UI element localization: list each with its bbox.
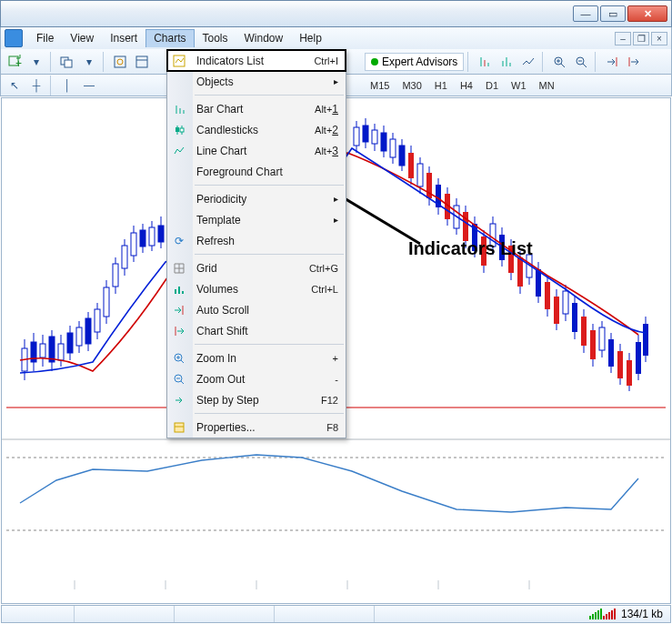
menu-label: Chart Shift — [196, 325, 248, 337]
svg-rect-38 — [67, 333, 73, 353]
menu-candlesticks[interactable]: Candlesticks Alt+2 — [167, 119, 346, 140]
menu-refresh[interactable]: ⟳ Refresh — [167, 230, 346, 251]
status-cell — [275, 606, 375, 622]
menu-objects[interactable]: Objects ▸ — [167, 71, 346, 92]
tf-mn[interactable]: MN — [534, 78, 560, 93]
menu-template[interactable]: Template ▸ — [167, 209, 346, 230]
shortcut: Alt+2 — [315, 124, 338, 136]
menu-tools[interactable]: Tools — [195, 29, 236, 47]
menu-label: Foreground Chart — [196, 166, 283, 178]
zoom-out-icon[interactable] — [571, 52, 591, 72]
svg-rect-122 — [636, 342, 641, 374]
menu-zoom-in[interactable]: Zoom In + — [167, 347, 346, 368]
svg-rect-64 — [372, 130, 377, 144]
new-chart-icon[interactable]: + — [5, 52, 25, 72]
menu-label: Properties... — [196, 421, 256, 434]
market-watch-icon[interactable] — [110, 52, 130, 72]
status-cell — [175, 606, 275, 622]
volumes-icon — [172, 282, 186, 297]
mdi-restore-button[interactable]: ❐ — [633, 32, 649, 45]
menu-window[interactable]: Window — [236, 29, 292, 47]
menu-charts[interactable]: Charts — [145, 29, 194, 47]
menu-grid[interactable]: Grid Ctrl+G — [167, 257, 346, 278]
mdi-minimize-button[interactable]: – — [615, 32, 631, 45]
barchart-icon — [172, 102, 186, 116]
menu-view[interactable]: View — [62, 29, 102, 47]
menu-indicators-list[interactable]: Indicators List Ctrl+I — [167, 50, 346, 71]
tf-w1[interactable]: W1 — [506, 78, 532, 93]
menu-label: Auto Scroll — [196, 304, 249, 317]
shortcut: F12 — [321, 395, 338, 406]
mdi-close-button[interactable]: × — [651, 32, 667, 45]
svg-rect-72 — [408, 153, 414, 178]
menu-label: Zoom Out — [196, 373, 245, 386]
menu-label: Indicators List — [196, 55, 264, 67]
charts-menu-dropdown: Indicators List Ctrl+I Objects ▸ Bar Cha… — [166, 49, 346, 438]
svg-rect-106 — [563, 291, 568, 314]
navigator-icon[interactable] — [132, 52, 152, 72]
profiles-icon[interactable] — [57, 52, 77, 72]
svg-rect-141 — [178, 287, 180, 294]
tf-m15[interactable]: M15 — [365, 78, 395, 93]
svg-rect-44 — [95, 309, 100, 332]
menu-properties[interactable]: Properties... F8 — [167, 417, 346, 438]
svg-point-5 — [117, 59, 123, 65]
dropdown-arrow-icon[interactable]: ▾ — [26, 52, 46, 72]
submenu-arrow-icon: ▸ — [334, 194, 338, 204]
svg-rect-50 — [122, 246, 127, 268]
menu-chartshift[interactable]: Chart Shift — [167, 320, 346, 341]
svg-rect-4 — [115, 56, 125, 67]
svg-rect-120 — [627, 360, 632, 386]
line-icon[interactable] — [518, 52, 538, 72]
menu-step[interactable]: Step by Step F12 — [167, 389, 346, 410]
menu-foreground[interactable]: Foreground Chart — [167, 161, 346, 182]
svg-rect-6 — [136, 56, 147, 67]
menu-volumes[interactable]: Volumes Ctrl+L — [167, 278, 346, 299]
zoom-in-icon[interactable] — [549, 52, 569, 72]
app-icon — [5, 29, 23, 47]
autoscroll-icon[interactable] — [602, 52, 622, 72]
svg-rect-108 — [572, 303, 577, 332]
crosshair-icon[interactable]: ┼ — [26, 75, 46, 96]
tf-h1[interactable]: H1 — [429, 78, 453, 93]
menu-periodicity[interactable]: Periodicity ▸ — [167, 188, 346, 209]
menu-zoom-out[interactable]: Zoom Out - — [167, 368, 346, 389]
indicator2-icon[interactable] — [496, 52, 517, 72]
expert-advisors-button[interactable]: Expert Advisors — [365, 53, 464, 71]
menu-file[interactable]: File — [28, 29, 62, 47]
chartshift-icon[interactable] — [624, 52, 644, 72]
tf-d1[interactable]: D1 — [480, 78, 504, 93]
cursor-icon[interactable]: ↖ — [5, 75, 25, 96]
dropdown-arrow-icon[interactable]: ▾ — [79, 52, 99, 72]
candlesticks — [22, 216, 164, 380]
menu-label: Periodicity — [196, 193, 246, 206]
svg-rect-3 — [65, 60, 72, 67]
svg-rect-140 — [175, 289, 176, 294]
grid-icon — [172, 261, 186, 276]
minimize-button[interactable]: — — [573, 5, 598, 22]
maximize-button[interactable]: ▭ — [600, 5, 626, 22]
svg-rect-112 — [590, 330, 596, 359]
connection-bars-icon — [589, 609, 616, 619]
candle-icon — [172, 123, 186, 137]
svg-rect-118 — [617, 351, 623, 378]
menu-insert[interactable]: Insert — [102, 29, 145, 47]
menu-line-chart[interactable]: Line Chart Alt+3 — [167, 140, 346, 161]
menu-autoscroll[interactable]: Auto Scroll — [167, 299, 346, 320]
hline-icon[interactable]: — — [79, 75, 99, 96]
tf-h4[interactable]: H4 — [455, 78, 478, 93]
menu-help[interactable]: Help — [291, 29, 330, 47]
svg-rect-56 — [149, 227, 155, 246]
close-button[interactable]: ✕ — [627, 5, 667, 22]
svg-rect-46 — [104, 287, 109, 317]
svg-rect-124 — [643, 324, 648, 356]
shortcut: + — [333, 353, 338, 364]
svg-rect-54 — [140, 230, 145, 247]
shortcut: Alt+1 — [315, 103, 338, 116]
svg-rect-62 — [363, 126, 368, 142]
indicator-icon[interactable] — [475, 52, 495, 72]
tf-m30[interactable]: M30 — [396, 78, 426, 93]
svg-rect-58 — [158, 226, 164, 242]
vline-icon[interactable]: │ — [57, 75, 77, 96]
menu-bar-chart[interactable]: Bar Chart Alt+1 — [167, 98, 346, 119]
